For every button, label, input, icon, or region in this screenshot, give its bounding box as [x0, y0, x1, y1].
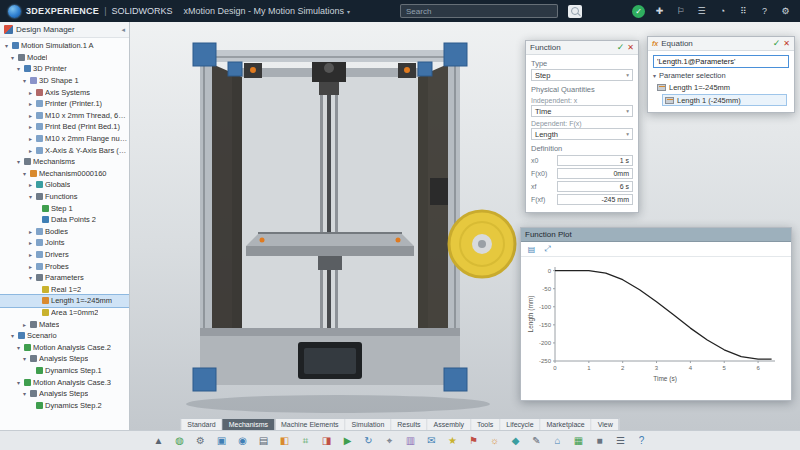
independent-select[interactable]: Time ▾ — [531, 105, 633, 117]
ribbon-tab-mechanisms[interactable]: Mechanisms — [223, 419, 275, 430]
parameter-item[interactable]: Length 1=-245mm — [655, 81, 787, 93]
status-online-icon[interactable]: ✓ — [632, 5, 645, 18]
confirm-check-icon[interactable]: ✓ — [617, 43, 625, 52]
expand-icon[interactable]: ▸ — [21, 321, 28, 328]
play-icon[interactable]: ▶ — [341, 434, 355, 448]
tree-item[interactable]: ▸Printer (Printer.1) — [0, 98, 129, 110]
ribbon-tab-standard[interactable]: Standard — [181, 419, 222, 430]
camera-icon[interactable]: ◉ — [236, 434, 250, 448]
layers-icon[interactable]: ▦ — [572, 434, 586, 448]
tree-item[interactable]: ▾Motion Simulation.1 A — [0, 40, 129, 52]
home-icon[interactable]: ⌂ — [551, 434, 565, 448]
panel-collapse-icon[interactable]: ◂ — [121, 26, 125, 34]
collapse-icon[interactable]: ▾ — [15, 379, 22, 386]
parameter-item[interactable]: Length 1 (-245mm) — [662, 94, 787, 106]
tree-item[interactable]: ▸Print Bed (Print Bed.1) — [0, 121, 129, 133]
expand-icon[interactable]: ▸ — [27, 100, 34, 107]
app-title-menu[interactable]: xMotion Design - My Motion Simulations ▾ — [183, 6, 350, 16]
tree-item[interactable]: Step 1 — [0, 202, 129, 214]
tree-item[interactable]: Area 1=0mm2 — [0, 307, 129, 319]
tree-item[interactable]: ▾Model — [0, 52, 129, 64]
tree-item[interactable]: ▸M10 x 2mm Flange nut Ø10 x 2mm ... — [0, 133, 129, 145]
expand-icon[interactable]: ▸ — [27, 89, 34, 96]
chart-options-icon[interactable]: ▤ — [526, 244, 537, 255]
tree-item[interactable]: ▾Mechanism0000160 — [0, 168, 129, 180]
ribbon-tab-tools[interactable]: Tools — [471, 419, 500, 430]
globe-icon[interactable]: ◍ — [173, 434, 187, 448]
search-input[interactable] — [400, 4, 558, 18]
apps-grid-icon[interactable]: ⠿ — [737, 5, 750, 18]
collapse-icon[interactable]: ▾ — [15, 65, 22, 72]
save-icon[interactable]: ▣ — [215, 434, 229, 448]
export-chart-icon[interactable]: ⤢ — [542, 244, 553, 255]
expand-icon[interactable]: ▸ — [27, 123, 34, 130]
tree-item[interactable]: ▸Drivers — [0, 249, 129, 261]
tree-item[interactable]: ▾3D Shape 1 — [0, 75, 129, 87]
definition-field-value[interactable]: 0mm — [557, 168, 633, 179]
collapse-icon[interactable]: ▾ — [3, 42, 10, 49]
tree-item[interactable]: ▾3D Printer — [0, 63, 129, 75]
tasks-list-icon[interactable]: ☰ — [695, 5, 708, 18]
equation-input[interactable] — [653, 55, 789, 68]
expand-icon[interactable]: ▸ — [27, 239, 34, 246]
tree-item[interactable]: ▾Motion Analysis Case.2 — [0, 341, 129, 353]
expand-icon[interactable]: ▸ — [27, 112, 34, 119]
ribbon-tab-view[interactable]: View — [592, 419, 619, 430]
tree-item[interactable]: ▾Mechanisms — [0, 156, 129, 168]
expand-icon[interactable]: ▸ — [27, 147, 34, 154]
tree-item[interactable]: Length 1=-245mm — [0, 295, 129, 307]
ribbon-tab-machine-elements[interactable]: Machine Elements — [275, 419, 346, 430]
tree-item[interactable]: ▾Analysis Steps — [0, 388, 129, 400]
tree-item[interactable]: ▸Globals — [0, 179, 129, 191]
tree-item[interactable]: ▸Axis Systems — [0, 86, 129, 98]
ribbon-tab-marketplace[interactable]: Marketplace — [541, 419, 592, 430]
tree-item[interactable]: ▾Parameters — [0, 272, 129, 284]
expand-icon[interactable]: ▸ — [27, 263, 34, 270]
select-cursor-icon[interactable]: ▲ — [152, 434, 166, 448]
ribbon-tab-assembly[interactable]: Assembly — [428, 419, 471, 430]
tree-item[interactable]: ▾Analysis Steps — [0, 353, 129, 365]
tag-icon[interactable] — [568, 5, 582, 18]
clock-history-icon[interactable]: ◔ — [716, 5, 729, 18]
add-icon[interactable]: ✚ — [653, 5, 666, 18]
help-icon[interactable]: ? — [758, 5, 771, 18]
flag-icon[interactable]: ⚑ — [467, 434, 481, 448]
collapse-icon[interactable]: ▾ — [21, 390, 28, 397]
menu-icon[interactable]: ☰ — [614, 434, 628, 448]
pencil-icon[interactable]: ✎ — [530, 434, 544, 448]
tree-item[interactable]: Data Points 2 — [0, 214, 129, 226]
dependent-select[interactable]: Length ▾ — [531, 128, 633, 140]
measure-icon[interactable]: ⌗ — [299, 434, 313, 448]
collapse-icon[interactable]: ▾ — [15, 344, 22, 351]
confirm-check-icon[interactable]: ✓ — [773, 39, 781, 48]
3d-printer-model[interactable] — [180, 28, 520, 424]
chart-icon[interactable]: ▥ — [404, 434, 418, 448]
definition-field-value[interactable]: -245 mm — [557, 194, 633, 205]
section-icon[interactable]: ◨ — [320, 434, 334, 448]
collapse-icon[interactable]: ▾ — [9, 332, 16, 339]
tree-item[interactable]: ▾Motion Analysis Case.3 — [0, 376, 129, 388]
settings-gear-icon[interactable]: ⚙ — [779, 5, 792, 18]
collapse-icon[interactable]: ▾ — [27, 274, 34, 281]
close-icon[interactable]: ✕ — [627, 44, 634, 52]
target-icon[interactable]: ⌖ — [383, 434, 397, 448]
star-icon[interactable]: ★ — [446, 434, 460, 448]
tree-item[interactable]: ▸Joints — [0, 237, 129, 249]
refresh-icon[interactable]: ↻ — [362, 434, 376, 448]
collapse-icon[interactable]: ▾ — [21, 170, 28, 177]
stop-icon[interactable]: ■ — [593, 434, 607, 448]
tree-item[interactable]: Real 1=2 — [0, 283, 129, 295]
function-type-select[interactable]: Step ▾ — [531, 69, 633, 81]
tree-item[interactable]: ▾Scenario — [0, 330, 129, 342]
mail-icon[interactable]: ✉ — [425, 434, 439, 448]
monitor-icon[interactable]: ▤ — [257, 434, 271, 448]
notifications-flag-icon[interactable]: ⚐ — [674, 5, 687, 18]
sun-icon[interactable]: ☼ — [488, 434, 502, 448]
parameter-selection-toggle[interactable]: ▾ Parameter selection — [653, 71, 789, 80]
tree-item[interactable]: ▸X-Axis & Y-Axis Bars (X-Axis & Y-Axis..… — [0, 144, 129, 156]
collapse-icon[interactable]: ▾ — [9, 54, 16, 61]
ribbon-tab-results[interactable]: Results — [391, 419, 427, 430]
tree-item[interactable]: ▸M10 x 2mm Thread, 660 mm Lang... — [0, 110, 129, 122]
expand-icon[interactable]: ▸ — [27, 251, 34, 258]
tree-item[interactable]: ▸Probes — [0, 260, 129, 272]
